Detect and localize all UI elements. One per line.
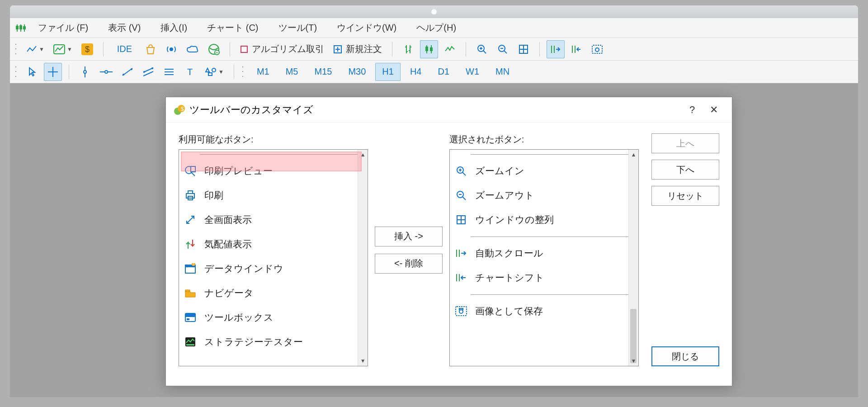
timeframe-w1[interactable]: W1 [459, 63, 486, 81]
list-separator[interactable] [450, 150, 638, 159]
list-separator[interactable] [179, 150, 368, 159]
list-item[interactable]: ツールボックス [179, 305, 368, 330]
svg-line-88 [462, 197, 466, 200]
dollar-icon[interactable]: $ [78, 40, 96, 58]
menu-insert[interactable]: 挿入(I) [151, 22, 197, 34]
candle-chart-icon[interactable] [420, 40, 438, 58]
list-item[interactable]: iデータウインドウ [179, 256, 368, 281]
svg-line-72 [187, 216, 194, 223]
shapes-icon[interactable]: ▼ [202, 63, 227, 81]
channel-icon[interactable] [139, 63, 157, 81]
chartshift-icon[interactable] [567, 40, 585, 58]
ide-button[interactable]: IDE [110, 40, 139, 58]
list-item[interactable]: 印刷 [179, 183, 368, 208]
svg-rect-68 [191, 166, 195, 172]
line-chart2-icon[interactable] [441, 40, 459, 58]
list-item[interactable]: 画像として保存 [450, 299, 638, 323]
bar-chart-icon[interactable] [399, 40, 417, 58]
reset-button[interactable]: リセット [651, 186, 719, 206]
crosshair-icon[interactable] [44, 63, 62, 81]
signals-icon[interactable] [162, 40, 180, 58]
scrollbar[interactable]: ▲ ▼ [358, 150, 368, 366]
menu-view[interactable]: 表示 (V) [98, 22, 151, 34]
down-button[interactable]: 下へ [651, 160, 719, 180]
toolbar-grip[interactable] [15, 42, 19, 57]
close-icon[interactable]: ✕ [703, 104, 725, 116]
list-item[interactable]: 気配値表示 [179, 232, 368, 256]
vline-icon[interactable] [76, 63, 94, 81]
algo-icon[interactable]: アルゴリズム取引 [237, 40, 327, 58]
cursor-icon[interactable] [23, 63, 41, 81]
list-item-label: ストラテジーテスター [204, 336, 303, 348]
chart-style-icon[interactable]: ▼ [50, 40, 75, 58]
list-item[interactable]: ウインドウの整列 [450, 208, 638, 232]
timeframe-m15[interactable]: M15 [307, 63, 339, 81]
available-listbox[interactable]: 印刷プレビュー印刷全画面表示気配値表示iデータウインドウナビゲータツールボックス… [179, 149, 368, 366]
scrollbar-2[interactable]: ▲ ▼ [628, 150, 638, 366]
svg-rect-77 [185, 290, 190, 292]
menu-chart[interactable]: チャート (C) [197, 22, 268, 34]
timeframe-h1[interactable]: H1 [375, 63, 401, 81]
insert-button[interactable]: 挿入 -> [375, 227, 443, 246]
svg-rect-79 [185, 313, 195, 317]
autoscroll-icon[interactable] [547, 40, 565, 58]
svg-line-67 [192, 173, 195, 176]
list-item[interactable]: チャートシフト [450, 265, 638, 290]
svg-line-32 [504, 51, 507, 53]
list-separator[interactable] [450, 232, 638, 241]
list-item-label: 気配値表示 [204, 238, 252, 251]
preview-icon [183, 163, 198, 179]
market-icon[interactable] [142, 40, 160, 58]
timeframe-m1[interactable]: M1 [250, 63, 276, 81]
menu-help[interactable]: ヘルプ(H) [406, 22, 466, 34]
toolbar-grip-3[interactable] [242, 65, 246, 79]
close-button[interactable]: 閉じる [651, 346, 719, 366]
list-item[interactable]: ズームイン [450, 159, 638, 183]
timeframe-mn[interactable]: MN [489, 63, 516, 81]
selected-listbox[interactable]: ズームインズームアウトウインドウの整列自動スクロールチャートシフト画像として保存… [449, 149, 639, 366]
toolbar-grip-2[interactable] [15, 65, 19, 79]
screenshot-icon [453, 303, 469, 319]
datawin-icon: i [183, 261, 198, 276]
list-separator[interactable] [450, 290, 638, 299]
zoom-out-icon[interactable] [494, 40, 512, 58]
chartshift-icon [453, 270, 469, 285]
list-item[interactable]: 印刷プレビュー [179, 159, 368, 183]
timeframe-h4[interactable]: H4 [403, 63, 429, 81]
tester-icon [183, 334, 198, 350]
list-item-label: 印刷 [204, 189, 223, 202]
list-item-label: ズームアウト [475, 189, 534, 202]
list-item[interactable]: 自動スクロール [450, 241, 638, 265]
timeframe-m5[interactable]: M5 [279, 63, 305, 81]
up-button[interactable]: 上へ [651, 133, 719, 153]
text-icon[interactable]: T [181, 63, 199, 81]
cloud-icon[interactable] [183, 40, 202, 58]
zoom-out-icon [453, 188, 469, 203]
customize-toolbar-dialog: $ ツールバーのカスタマイズ ? ✕ 利用可能なボタン: 印刷プレビュー印刷全画… [165, 97, 732, 386]
timeframe-m30[interactable]: M30 [341, 63, 373, 81]
screenshot-icon[interactable] [588, 40, 606, 58]
menu-tools[interactable]: ツール(T) [269, 22, 327, 34]
svg-rect-80 [187, 318, 189, 320]
new-order-icon[interactable]: 新規注文 [330, 40, 385, 58]
dialog-titlebar[interactable]: $ ツールバーのカスタマイズ ? ✕ [166, 97, 732, 123]
titlebar[interactable] [10, 5, 858, 18]
help-icon[interactable]: ? [681, 104, 703, 116]
menu-file[interactable]: ファイル (F) [28, 22, 98, 34]
menu-window[interactable]: ウインドウ(W) [327, 22, 406, 34]
list-item-label: チャートシフト [475, 271, 544, 284]
list-item[interactable]: ナビゲータ [179, 281, 368, 305]
list-item[interactable]: 全画面表示 [179, 208, 368, 232]
vps-icon[interactable]: + [205, 40, 223, 58]
trendline-icon[interactable] [118, 63, 137, 81]
tile-windows-icon[interactable] [514, 40, 533, 58]
zoom-in-icon[interactable] [473, 40, 491, 58]
list-item[interactable]: ストラテジーテスター [179, 330, 368, 354]
remove-button[interactable]: <- 削除 [375, 254, 443, 274]
line-chart-icon[interactable]: ▼ [23, 40, 47, 58]
timeframe-d1[interactable]: D1 [431, 63, 456, 81]
list-item[interactable]: ズームアウト [450, 183, 638, 208]
new-order-label: 新規注文 [346, 43, 382, 55]
hline-icon[interactable] [97, 63, 116, 81]
fibo-icon[interactable] [160, 63, 178, 81]
